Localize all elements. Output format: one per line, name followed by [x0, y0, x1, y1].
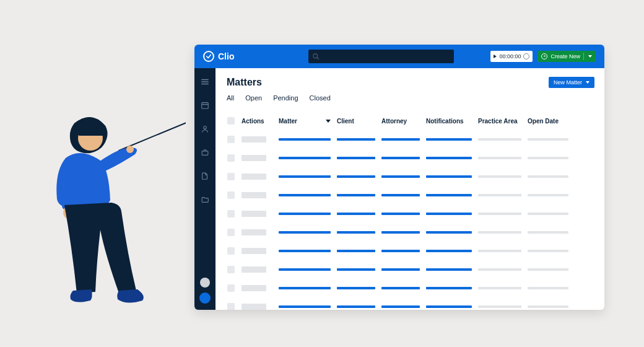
client-link-placeholder[interactable] — [337, 231, 375, 234]
table-row[interactable] — [227, 242, 594, 260]
briefcase-icon[interactable] — [200, 147, 210, 157]
actions-placeholder[interactable] — [242, 211, 266, 217]
table-row[interactable] — [227, 297, 594, 310]
row-checkbox[interactable] — [227, 136, 235, 143]
rail-dot-grey[interactable] — [200, 278, 210, 288]
row-checkbox[interactable] — [227, 154, 235, 162]
search-input[interactable] — [320, 50, 450, 63]
menu-icon[interactable] — [200, 77, 210, 87]
matter-link-placeholder[interactable] — [279, 157, 331, 159]
person-icon[interactable] — [200, 124, 210, 134]
notifications-link-placeholder[interactable] — [426, 138, 472, 141]
notifications-link-placeholder[interactable] — [426, 157, 472, 159]
actions-placeholder[interactable] — [242, 192, 266, 198]
matter-link-placeholder[interactable] — [279, 138, 331, 141]
matter-link-placeholder[interactable] — [279, 194, 331, 196]
matter-link-placeholder[interactable] — [279, 175, 331, 178]
notifications-link-placeholder[interactable] — [426, 175, 472, 178]
client-link-placeholder[interactable] — [337, 175, 375, 178]
col-matter[interactable]: Matter — [279, 118, 337, 125]
client-link-placeholder[interactable] — [337, 157, 375, 159]
attorney-link-placeholder[interactable] — [381, 194, 420, 196]
client-link-placeholder[interactable] — [337, 194, 375, 196]
attorney-link-placeholder[interactable] — [381, 157, 420, 159]
matter-link-placeholder[interactable] — [279, 231, 331, 234]
notifications-link-placeholder[interactable] — [426, 287, 472, 289]
notifications-link-placeholder[interactable] — [426, 231, 472, 234]
row-checkbox[interactable] — [227, 210, 235, 217]
attorney-link-placeholder[interactable] — [381, 231, 420, 234]
document-icon[interactable] — [200, 171, 210, 181]
table-row[interactable] — [227, 186, 594, 204]
table-row[interactable] — [227, 223, 594, 242]
actions-placeholder[interactable] — [242, 304, 266, 310]
client-link-placeholder[interactable] — [337, 305, 375, 308]
select-all-checkbox[interactable] — [227, 117, 235, 125]
client-link-placeholder[interactable] — [337, 268, 375, 271]
table-row[interactable] — [227, 149, 594, 167]
actions-placeholder[interactable] — [242, 174, 266, 180]
row-checkbox[interactable] — [227, 247, 235, 255]
notifications-link-placeholder[interactable] — [426, 250, 472, 252]
matter-link-placeholder[interactable] — [279, 268, 331, 271]
page-title: Matters — [227, 77, 262, 88]
row-checkbox[interactable] — [227, 303, 235, 310]
actions-placeholder[interactable] — [242, 266, 266, 273]
col-client[interactable]: Client — [337, 118, 381, 125]
row-checkbox[interactable] — [227, 284, 235, 292]
notifications-link-placeholder[interactable] — [426, 213, 472, 215]
practice-area-placeholder — [478, 268, 521, 271]
new-matter-button[interactable]: New Matter — [549, 77, 594, 88]
attorney-link-placeholder[interactable] — [381, 138, 420, 141]
search-box[interactable] — [308, 50, 454, 63]
row-checkbox[interactable] — [227, 191, 235, 199]
actions-placeholder[interactable] — [242, 155, 266, 161]
row-checkbox[interactable] — [227, 266, 235, 273]
table-row[interactable] — [227, 204, 594, 223]
client-link-placeholder[interactable] — [337, 138, 375, 141]
client-link-placeholder[interactable] — [337, 213, 375, 215]
col-practice-area[interactable]: Practice Area — [478, 118, 528, 125]
attorney-link-placeholder[interactable] — [381, 305, 420, 308]
matter-link-placeholder[interactable] — [279, 287, 331, 289]
col-actions[interactable]: Actions — [242, 118, 279, 125]
actions-placeholder[interactable] — [242, 136, 266, 143]
row-checkbox[interactable] — [227, 173, 235, 180]
open-date-placeholder — [528, 175, 568, 178]
calendar-icon[interactable] — [200, 100, 210, 110]
client-link-placeholder[interactable] — [337, 287, 375, 289]
actions-placeholder[interactable] — [242, 229, 266, 235]
col-attorney[interactable]: Attorney — [381, 118, 426, 125]
folder-icon[interactable] — [200, 195, 210, 204]
rail-dot-blue[interactable] — [199, 292, 211, 304]
timer-chip[interactable]: 00:00:00 — [490, 51, 533, 62]
actions-placeholder[interactable] — [242, 248, 266, 254]
tab-open[interactable]: Open — [245, 94, 262, 105]
attorney-link-placeholder[interactable] — [381, 287, 420, 289]
table-row[interactable] — [227, 167, 594, 186]
attorney-link-placeholder[interactable] — [381, 213, 420, 215]
notifications-link-placeholder[interactable] — [426, 305, 472, 308]
client-link-placeholder[interactable] — [337, 250, 375, 252]
notifications-link-placeholder[interactable] — [426, 194, 472, 196]
actions-placeholder[interactable] — [242, 285, 266, 291]
table-row[interactable] — [227, 260, 594, 279]
matter-link-placeholder[interactable] — [279, 250, 331, 252]
row-checkbox[interactable] — [227, 229, 235, 236]
tab-closed[interactable]: Closed — [310, 94, 331, 105]
matter-link-placeholder[interactable] — [279, 213, 331, 215]
practice-area-placeholder — [478, 250, 521, 252]
attorney-link-placeholder[interactable] — [381, 250, 420, 252]
attorney-link-placeholder[interactable] — [381, 175, 420, 178]
create-new-button[interactable]: + Create New — [537, 51, 596, 62]
tab-pending[interactable]: Pending — [273, 94, 298, 105]
attorney-link-placeholder[interactable] — [381, 268, 420, 271]
table-row[interactable] — [227, 130, 594, 149]
table-row[interactable] — [227, 279, 594, 297]
notifications-link-placeholder[interactable] — [426, 268, 472, 271]
col-open-date[interactable]: Open Date — [528, 118, 575, 125]
practice-area-placeholder — [478, 213, 521, 215]
tab-all[interactable]: All — [227, 94, 234, 105]
col-notifications[interactable]: Notifications — [426, 118, 478, 125]
matter-link-placeholder[interactable] — [279, 305, 331, 308]
